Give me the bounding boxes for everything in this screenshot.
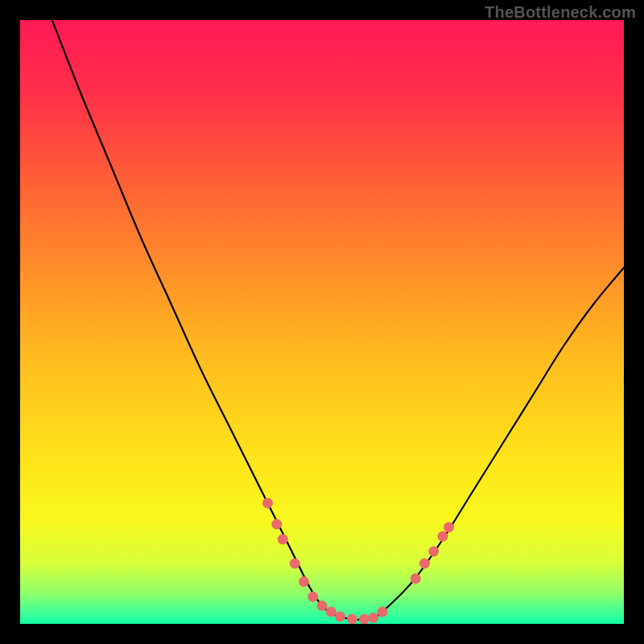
highlight-point [308,592,318,602]
highlight-point [335,612,345,622]
attribution-text: TheBottleneck.com [485,3,636,22]
highlight-point [317,601,328,611]
plot-area [20,20,624,624]
highlight-point [278,535,288,545]
highlight-point [299,576,309,587]
highlight-point [359,614,369,625]
highlight-point [326,607,336,617]
highlight-point [419,559,430,569]
highlight-point [428,547,439,557]
highlight-point [378,607,388,617]
highlight-markers [262,498,454,625]
highlight-point [444,522,454,533]
highlight-point [368,613,378,623]
highlight-point [290,559,300,569]
chart-frame: TheBottleneck.com [0,0,644,644]
bottleneck-curve [52,20,624,620]
highlight-point [271,519,282,530]
curve-layer [20,20,624,624]
highlight-point [438,531,448,542]
highlight-point [262,498,273,509]
highlight-point [411,573,421,584]
highlight-point [347,614,357,625]
